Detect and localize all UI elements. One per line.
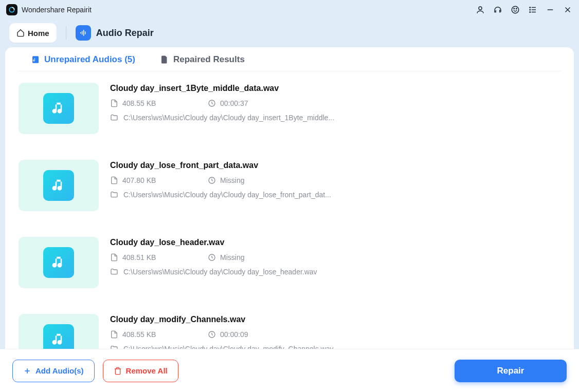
svg-point-7 xyxy=(530,9,531,10)
clock-icon xyxy=(208,253,216,262)
audio-thumbnail xyxy=(19,83,99,134)
file-icon xyxy=(110,330,118,339)
titlebar-right xyxy=(475,5,573,15)
trash-icon xyxy=(114,367,122,375)
audio-file-icon xyxy=(31,55,40,64)
file-icon xyxy=(110,99,118,107)
user-icon[interactable] xyxy=(475,5,485,15)
add-audios-label: Add Audio(s) xyxy=(35,366,84,375)
item-duration: Missing xyxy=(208,253,275,262)
tab-unrepaired[interactable]: Unrepaired Audios (5) xyxy=(31,54,135,65)
home-icon xyxy=(16,29,25,37)
tab-repaired-label: Repaired Results xyxy=(173,54,245,65)
folder-icon xyxy=(110,191,118,199)
list-item[interactable]: Cloudy day_insert_1Byte_middle_data.wav … xyxy=(17,71,562,148)
remove-all-button[interactable]: Remove All xyxy=(103,360,178,382)
app-title: Wondershare Repairit xyxy=(22,6,92,14)
item-body: Cloudy day_lose_front_part_data.wav 407.… xyxy=(110,160,331,211)
size-value: 408.55 KB xyxy=(122,99,156,107)
item-path: C:\Users\ws\Music\Cloudy day\Cloudy day_… xyxy=(110,268,317,276)
repair-button[interactable]: Repair xyxy=(455,360,567,382)
bottom-left-actions: Add Audio(s) Remove All xyxy=(12,360,178,382)
plus-icon xyxy=(23,367,31,375)
tab-unrepaired-label: Unrepaired Audios (5) xyxy=(44,54,135,65)
audio-thumbnail xyxy=(19,160,99,211)
item-path: C:\Users\ws\Music\Cloudy day\Cloudy day_… xyxy=(110,191,331,199)
item-duration: 00:00:37 xyxy=(208,99,275,107)
section-header: Audio Repair xyxy=(76,25,154,41)
item-filename: Cloudy day_lose_header.wav xyxy=(110,238,317,247)
clock-icon xyxy=(208,176,216,184)
path-value: C:\Users\ws\Music\Cloudy day\Cloudy day_… xyxy=(123,268,317,276)
headset-icon[interactable] xyxy=(493,5,503,15)
document-icon xyxy=(160,55,169,64)
svg-rect-16 xyxy=(83,30,84,36)
close-icon[interactable] xyxy=(563,5,573,15)
item-body: Cloudy day_insert_1Byte_middle_data.wav … xyxy=(110,83,334,134)
item-meta: 408.55 KB 00:00:09 xyxy=(110,330,334,339)
titlebar-left: Wondershare Repairit xyxy=(6,4,92,15)
item-size: 408.55 KB xyxy=(110,99,177,107)
tab-repaired[interactable]: Repaired Results xyxy=(160,54,245,65)
nav-separator xyxy=(66,26,66,40)
clock-icon xyxy=(208,330,216,339)
size-value: 408.51 KB xyxy=(122,253,156,262)
item-body: Cloudy day_lose_header.wav 408.51 KB Mis… xyxy=(110,237,317,288)
list-item[interactable]: Cloudy day_lose_front_part_data.wav 407.… xyxy=(17,148,562,226)
music-note-icon xyxy=(43,93,74,124)
section-title: Audio Repair xyxy=(96,28,154,39)
item-filename: Cloudy day_insert_1Byte_middle_data.wav xyxy=(110,84,334,93)
duration-value: Missing xyxy=(220,176,244,184)
svg-point-5 xyxy=(530,7,531,8)
item-size: 408.51 KB xyxy=(110,253,177,262)
size-value: 408.55 KB xyxy=(122,330,156,339)
minimize-icon[interactable] xyxy=(545,5,555,15)
audio-repair-icon xyxy=(76,25,91,41)
item-meta: 407.80 KB Missing xyxy=(110,176,331,184)
item-duration: 00:00:09 xyxy=(208,330,275,339)
duration-value: 00:00:09 xyxy=(220,330,248,339)
folder-icon xyxy=(110,268,118,276)
home-button[interactable]: Home xyxy=(9,23,57,43)
main-card: Unrepaired Audios (5) Repaired Results C… xyxy=(5,47,574,392)
remove-all-label: Remove All xyxy=(126,366,168,375)
duration-value: Missing xyxy=(220,253,244,262)
item-meta: 408.55 KB 00:00:37 xyxy=(110,99,334,107)
svg-point-2 xyxy=(512,6,519,13)
tab-bar: Unrepaired Audios (5) Repaired Results xyxy=(17,47,562,71)
item-meta: 408.51 KB Missing xyxy=(110,253,317,262)
svg-rect-15 xyxy=(82,31,83,35)
svg-rect-17 xyxy=(85,31,86,34)
path-value: C:\Users\ws\Music\Cloudy day\Cloudy day_… xyxy=(123,191,331,199)
repair-label: Repair xyxy=(497,366,524,376)
app-logo-icon xyxy=(6,4,17,15)
path-value: C:\Users\ws\Music\Cloudy day\Cloudy day_… xyxy=(123,114,334,122)
svg-rect-14 xyxy=(80,32,81,34)
item-duration: Missing xyxy=(208,176,275,184)
item-filename: Cloudy day_lose_front_part_data.wav xyxy=(110,161,331,170)
list-item[interactable]: Cloudy day_lose_header.wav 408.51 KB Mis… xyxy=(17,226,562,303)
item-size: 408.55 KB xyxy=(110,330,177,339)
titlebar: Wondershare Repairit xyxy=(0,0,579,20)
duration-value: 00:00:37 xyxy=(220,99,248,107)
menu-list-icon[interactable] xyxy=(528,5,538,15)
svg-point-4 xyxy=(516,8,517,9)
home-label: Home xyxy=(28,29,49,38)
header-nav: Home Audio Repair xyxy=(0,20,579,46)
feedback-icon[interactable] xyxy=(510,5,520,15)
svg-point-3 xyxy=(514,8,515,9)
folder-icon xyxy=(110,114,118,122)
svg-point-9 xyxy=(530,12,531,13)
size-value: 407.80 KB xyxy=(122,176,156,184)
item-path: C:\Users\ws\Music\Cloudy day\Cloudy day_… xyxy=(110,114,334,122)
svg-point-1 xyxy=(479,7,482,10)
music-note-icon xyxy=(43,247,74,278)
file-icon xyxy=(110,253,118,262)
bottom-action-bar: Add Audio(s) Remove All Repair xyxy=(0,349,579,392)
item-size: 407.80 KB xyxy=(110,176,177,184)
clock-icon xyxy=(208,99,216,107)
audio-thumbnail xyxy=(19,237,99,288)
file-icon xyxy=(110,176,118,184)
add-audios-button[interactable]: Add Audio(s) xyxy=(12,360,95,382)
audio-list: Cloudy day_insert_1Byte_middle_data.wav … xyxy=(5,71,574,392)
